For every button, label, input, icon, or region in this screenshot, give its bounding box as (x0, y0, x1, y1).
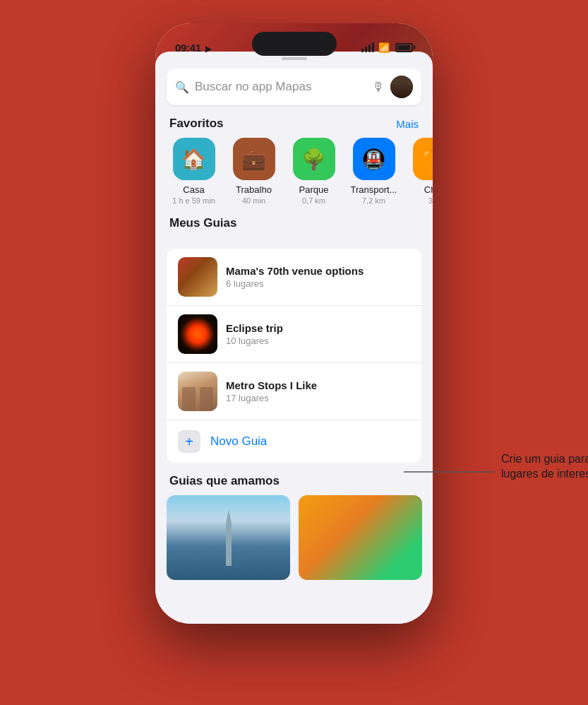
guide-mamas-count: 6 lugares (226, 278, 410, 289)
guide-mamas[interactable]: Mama's 70th venue options 6 lugares (167, 249, 421, 306)
guide-eclipse-info: Eclipse trip 10 lugares (226, 322, 410, 346)
park-label: Parque (299, 184, 329, 195)
home-label: Casa (183, 184, 204, 195)
favorite-transit[interactable]: 🚇 Transport... 7,2 km (344, 138, 404, 205)
new-guide-plus-icon: + (178, 430, 200, 453)
loved-guides-title: Guias que amamos (155, 474, 433, 495)
favorite-home[interactable]: 🏠 Casa 1 h e 59 min (164, 138, 224, 205)
wifi-icon: 📶 (378, 42, 390, 53)
phone-screen: 09:41 ▶ 📶 (155, 23, 433, 624)
phone-wrapper: 09:41 ▶ 📶 (143, 23, 446, 682)
loved-card-food[interactable] (299, 495, 422, 580)
new-guide-button[interactable]: + Novo Guia (167, 420, 421, 463)
guide-mamas-thumb (178, 257, 217, 297)
transit-sublabel: 7,2 km (362, 196, 385, 205)
svg-text:lugares de interesse.: lugares de interesse. (501, 468, 588, 480)
signal-icon (361, 42, 374, 52)
guide-eclipse[interactable]: Eclipse trip 10 lugares (167, 306, 421, 363)
park-sublabel: 0,7 km (302, 196, 325, 205)
guide-metro[interactable]: Metro Stops I Like 17 lugares (167, 363, 421, 420)
work-sublabel: 40 min (242, 196, 265, 205)
svg-text:Crie um guia para seus: Crie um guia para seus (501, 453, 588, 465)
home-icon: 🏠 (173, 138, 215, 180)
guide-metro-thumb (178, 372, 217, 411)
favorites-title: Favoritos (169, 117, 224, 131)
transit-label: Transport... (351, 184, 397, 195)
search-icon: 🔍 (175, 81, 189, 94)
dynamic-island (252, 32, 337, 56)
guide-eclipse-count: 10 lugares (226, 336, 410, 346)
other-label: Ch... (424, 184, 433, 195)
guide-eclipse-name: Eclipse trip (226, 322, 410, 334)
other-icon: 🧡 (413, 138, 433, 180)
guide-mamas-name: Mama's 70th venue options (226, 265, 410, 277)
guide-mamas-info: Mama's 70th venue options 6 lugares (226, 265, 410, 289)
work-label: Trabalho (236, 184, 272, 195)
loved-guides-section: Guias que amamos (155, 463, 433, 580)
battery-icon (395, 43, 413, 52)
my-guides-header: Meus Guias (155, 216, 433, 237)
status-icons: 📶 (361, 42, 413, 53)
guide-metro-count: 17 lugares (226, 393, 410, 403)
search-bar[interactable]: 🔍 Buscar no app Mapas 🎙 (167, 69, 421, 105)
work-icon: 💼 (233, 138, 275, 180)
park-icon: 🌳 (293, 138, 335, 180)
favorites-header: Favoritos Mais (155, 117, 433, 138)
loved-guides-list (155, 495, 433, 580)
mic-icon[interactable]: 🎙 (372, 80, 385, 95)
avatar[interactable] (390, 76, 413, 98)
loved-card-sf[interactable] (167, 495, 290, 580)
favorite-park[interactable]: 🌳 Parque 0,7 km (284, 138, 344, 205)
favorite-work[interactable]: 💼 Trabalho 40 min (224, 138, 284, 205)
new-guide-label: Novo Guia (210, 434, 267, 449)
transit-icon: 🚇 (353, 138, 395, 180)
guide-metro-name: Metro Stops I Like (226, 379, 410, 391)
favorites-more-button[interactable]: Mais (396, 118, 419, 130)
favorite-other[interactable]: 🧡 Ch... 3... (404, 138, 433, 205)
home-sublabel: 1 h e 59 min (172, 196, 215, 205)
other-sublabel: 3... (428, 196, 433, 205)
guide-eclipse-thumb (178, 314, 217, 354)
status-time: 09:41 ▶ (175, 42, 210, 54)
guide-metro-info: Metro Stops I Like 17 lugares (226, 379, 410, 403)
search-input[interactable]: Buscar no app Mapas (195, 80, 366, 94)
bottom-sheet: 🔍 Buscar no app Mapas 🎙 Favoritos Mais 🏠… (155, 52, 433, 624)
my-guides-list: Mama's 70th venue options 6 lugares Ecli… (167, 249, 421, 463)
favorites-list: 🏠 Casa 1 h e 59 min 💼 Trabalho 40 min 🌳 … (155, 138, 433, 216)
my-guides-title: Meus Guias (169, 216, 236, 230)
